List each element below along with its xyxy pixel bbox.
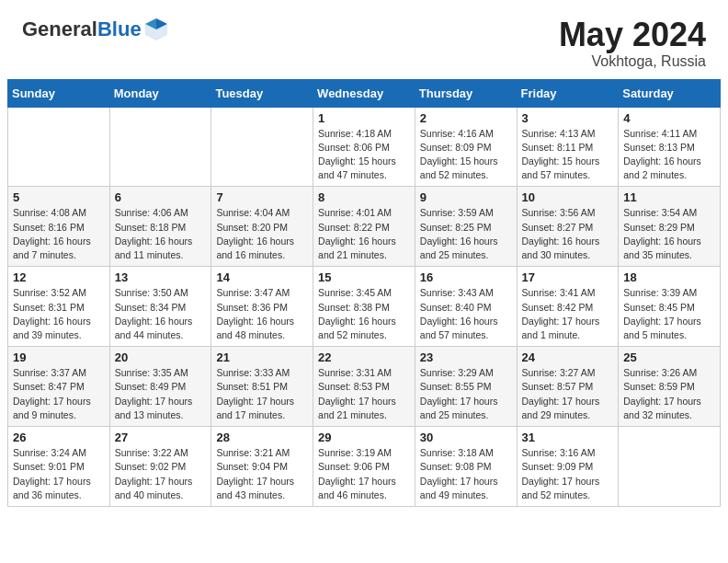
day-number: 8 <box>318 190 410 204</box>
day-info: Sunrise: 4:06 AM Sunset: 8:18 PM Dayligh… <box>115 206 207 262</box>
day-number: 14 <box>216 270 308 284</box>
calendar-week-row: 26Sunrise: 3:24 AM Sunset: 9:01 PM Dayli… <box>8 427 721 507</box>
day-number: 26 <box>13 431 105 444</box>
day-number: 12 <box>13 270 105 284</box>
day-info: Sunrise: 3:31 AM Sunset: 8:53 PM Dayligh… <box>318 366 410 422</box>
calendar-cell: 31Sunrise: 3:16 AM Sunset: 9:09 PM Dayli… <box>517 427 619 507</box>
calendar-cell <box>211 107 313 187</box>
day-info: Sunrise: 4:01 AM Sunset: 8:22 PM Dayligh… <box>318 206 410 262</box>
day-number: 9 <box>420 190 512 204</box>
calendar-cell: 5Sunrise: 4:08 AM Sunset: 8:16 PM Daylig… <box>8 187 110 267</box>
day-number: 22 <box>318 350 410 364</box>
day-number: 6 <box>115 190 207 204</box>
logo: GeneralBlue <box>22 17 169 42</box>
day-number: 21 <box>216 350 308 364</box>
header: GeneralBlue May 2024 Vokhtoga, Russia <box>0 0 728 79</box>
day-info: Sunrise: 4:16 AM Sunset: 8:09 PM Dayligh… <box>420 127 512 183</box>
day-number: 30 <box>420 431 512 444</box>
day-number: 16 <box>420 270 512 284</box>
day-info: Sunrise: 4:18 AM Sunset: 8:06 PM Dayligh… <box>318 127 410 183</box>
title-location: Vokhtoga, Russia <box>559 53 706 70</box>
day-of-week-header: Sunday <box>8 79 110 107</box>
day-number: 1 <box>318 111 410 125</box>
day-info: Sunrise: 3:22 AM Sunset: 9:02 PM Dayligh… <box>115 446 207 502</box>
day-number: 4 <box>623 111 715 125</box>
day-info: Sunrise: 3:19 AM Sunset: 9:06 PM Dayligh… <box>318 446 410 502</box>
day-info: Sunrise: 3:52 AM Sunset: 8:31 PM Dayligh… <box>13 286 105 342</box>
calendar-cell: 8Sunrise: 4:01 AM Sunset: 8:22 PM Daylig… <box>313 187 415 267</box>
day-number: 7 <box>216 190 308 204</box>
day-number: 10 <box>522 190 614 204</box>
day-number: 28 <box>216 431 308 444</box>
day-info: Sunrise: 3:33 AM Sunset: 8:51 PM Dayligh… <box>216 366 308 422</box>
calendar-cell: 1Sunrise: 4:18 AM Sunset: 8:06 PM Daylig… <box>313 107 415 187</box>
calendar-cell <box>109 107 211 187</box>
day-number: 18 <box>623 270 715 284</box>
day-info: Sunrise: 3:43 AM Sunset: 8:40 PM Dayligh… <box>420 286 512 342</box>
day-number: 19 <box>13 350 105 364</box>
calendar-table: SundayMondayTuesdayWednesdayThursdayFrid… <box>7 79 721 507</box>
day-number: 11 <box>623 190 715 204</box>
day-number: 27 <box>115 431 207 444</box>
day-info: Sunrise: 3:59 AM Sunset: 8:25 PM Dayligh… <box>420 206 512 262</box>
day-number: 3 <box>522 111 614 125</box>
day-of-week-header: Wednesday <box>313 79 415 107</box>
day-number: 5 <box>13 190 105 204</box>
calendar-week-row: 5Sunrise: 4:08 AM Sunset: 8:16 PM Daylig… <box>8 187 721 267</box>
day-number: 23 <box>420 350 512 364</box>
calendar-cell: 17Sunrise: 3:41 AM Sunset: 8:42 PM Dayli… <box>517 267 619 347</box>
calendar-week-row: 1Sunrise: 4:18 AM Sunset: 8:06 PM Daylig… <box>8 107 721 187</box>
calendar-cell <box>619 427 721 507</box>
calendar-cell: 11Sunrise: 3:54 AM Sunset: 8:29 PM Dayli… <box>619 187 721 267</box>
day-info: Sunrise: 3:47 AM Sunset: 8:36 PM Dayligh… <box>216 286 308 342</box>
day-info: Sunrise: 3:16 AM Sunset: 9:09 PM Dayligh… <box>522 446 614 502</box>
calendar-cell: 20Sunrise: 3:35 AM Sunset: 8:49 PM Dayli… <box>109 347 211 427</box>
day-info: Sunrise: 3:39 AM Sunset: 8:45 PM Dayligh… <box>623 286 715 342</box>
calendar-cell: 30Sunrise: 3:18 AM Sunset: 9:08 PM Dayli… <box>415 427 517 507</box>
day-info: Sunrise: 3:37 AM Sunset: 8:47 PM Dayligh… <box>13 366 105 422</box>
calendar-cell: 19Sunrise: 3:37 AM Sunset: 8:47 PM Dayli… <box>8 347 110 427</box>
day-of-week-header: Thursday <box>415 79 517 107</box>
day-number: 29 <box>318 431 410 444</box>
day-number: 24 <box>522 350 614 364</box>
calendar-header-row: SundayMondayTuesdayWednesdayThursdayFrid… <box>8 79 721 107</box>
day-info: Sunrise: 4:08 AM Sunset: 8:16 PM Dayligh… <box>13 206 105 262</box>
day-info: Sunrise: 3:45 AM Sunset: 8:38 PM Dayligh… <box>318 286 410 342</box>
day-info: Sunrise: 3:27 AM Sunset: 8:57 PM Dayligh… <box>522 366 614 422</box>
day-info: Sunrise: 4:11 AM Sunset: 8:13 PM Dayligh… <box>623 127 715 183</box>
logo-blue-text: Blue <box>97 17 142 40</box>
day-of-week-header: Friday <box>517 79 619 107</box>
calendar-cell: 25Sunrise: 3:26 AM Sunset: 8:59 PM Dayli… <box>619 347 721 427</box>
calendar-cell: 28Sunrise: 3:21 AM Sunset: 9:04 PM Dayli… <box>211 427 313 507</box>
day-info: Sunrise: 3:50 AM Sunset: 8:34 PM Dayligh… <box>115 286 207 342</box>
calendar-cell: 26Sunrise: 3:24 AM Sunset: 9:01 PM Dayli… <box>8 427 110 507</box>
day-number: 13 <box>115 270 207 284</box>
calendar-cell: 24Sunrise: 3:27 AM Sunset: 8:57 PM Dayli… <box>517 347 619 427</box>
logo-flag-icon <box>143 17 169 42</box>
calendar-cell: 21Sunrise: 3:33 AM Sunset: 8:51 PM Dayli… <box>211 347 313 427</box>
calendar-week-row: 12Sunrise: 3:52 AM Sunset: 8:31 PM Dayli… <box>8 267 721 347</box>
calendar-cell: 12Sunrise: 3:52 AM Sunset: 8:31 PM Dayli… <box>8 267 110 347</box>
calendar-cell: 4Sunrise: 4:11 AM Sunset: 8:13 PM Daylig… <box>619 107 721 187</box>
day-number: 31 <box>522 431 614 444</box>
day-of-week-header: Tuesday <box>211 79 313 107</box>
title-month: May 2024 <box>559 17 706 53</box>
day-number: 2 <box>420 111 512 125</box>
calendar-cell: 3Sunrise: 4:13 AM Sunset: 8:11 PM Daylig… <box>517 107 619 187</box>
day-info: Sunrise: 3:18 AM Sunset: 9:08 PM Dayligh… <box>420 446 512 502</box>
calendar-cell: 22Sunrise: 3:31 AM Sunset: 8:53 PM Dayli… <box>313 347 415 427</box>
day-of-week-header: Saturday <box>619 79 721 107</box>
day-number: 17 <box>522 270 614 284</box>
calendar-week-row: 19Sunrise: 3:37 AM Sunset: 8:47 PM Dayli… <box>8 347 721 427</box>
day-info: Sunrise: 4:13 AM Sunset: 8:11 PM Dayligh… <box>522 127 614 183</box>
day-info: Sunrise: 3:29 AM Sunset: 8:55 PM Dayligh… <box>420 366 512 422</box>
day-info: Sunrise: 3:21 AM Sunset: 9:04 PM Dayligh… <box>216 446 308 502</box>
calendar-container: SundayMondayTuesdayWednesdayThursdayFrid… <box>0 79 728 514</box>
day-number: 15 <box>318 270 410 284</box>
calendar-cell: 7Sunrise: 4:04 AM Sunset: 8:20 PM Daylig… <box>211 187 313 267</box>
day-info: Sunrise: 3:24 AM Sunset: 9:01 PM Dayligh… <box>13 446 105 502</box>
calendar-cell: 29Sunrise: 3:19 AM Sunset: 9:06 PM Dayli… <box>313 427 415 507</box>
day-number: 25 <box>623 350 715 364</box>
day-info: Sunrise: 3:35 AM Sunset: 8:49 PM Dayligh… <box>115 366 207 422</box>
day-of-week-header: Monday <box>109 79 211 107</box>
